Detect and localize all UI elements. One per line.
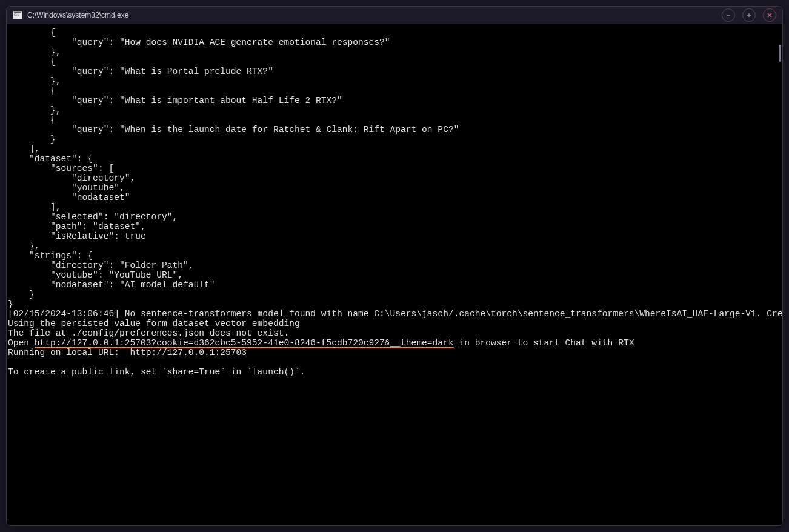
terminal-line: "directory", (8, 173, 135, 183)
annotation-underline (35, 347, 454, 348)
terminal-area[interactable]: { "query": "How does NVIDIA ACE generate… (7, 24, 782, 525)
terminal-line: To create a public link, set `share=True… (8, 367, 305, 377)
cmd-icon (13, 11, 22, 19)
terminal-line: } (8, 135, 56, 144)
terminal-line: "dataset": { (8, 154, 93, 164)
window-title: C:\Windows\system32\cmd.exe (27, 11, 128, 19)
terminal-line: { (8, 86, 56, 96)
terminal-window: C:\Windows\system32\cmd.exe { "query": "… (6, 6, 783, 526)
terminal-line: } (8, 290, 35, 299)
terminal-line: } (8, 299, 13, 309)
terminal-line: [02/15/2024-13:06:46] No sentence-transf… (8, 309, 782, 319)
terminal-line: "nodataset" (8, 193, 130, 202)
terminal-line: "strings": { (8, 251, 93, 261)
terminal-line: "query": "What is Portal prelude RTX?" (8, 67, 273, 76)
minimize-button[interactable] (722, 8, 735, 22)
terminal-line: ], (8, 144, 40, 154)
terminal-line: "query": "When is the launch date for Ra… (8, 125, 459, 135)
terminal-line: "query": "How does NVIDIA ACE generate e… (8, 38, 390, 47)
close-button[interactable] (763, 8, 776, 22)
terminal-line: { (8, 115, 56, 125)
terminal-line: "nodataset": "AI model default" (8, 280, 215, 290)
maximize-button[interactable] (742, 8, 756, 22)
title-bar: C:\Windows\system32\cmd.exe (7, 7, 782, 24)
terminal-line: Open http://127.0.0.1:25703?cookie=d362c… (8, 338, 634, 348)
terminal-line: "directory": "Folder Path", (8, 261, 194, 270)
terminal-output: { "query": "How does NVIDIA ACE generate… (7, 24, 782, 525)
terminal-line: }, (8, 241, 40, 251)
terminal-line: "isRelative": true (8, 231, 146, 241)
terminal-line: "youtube", (8, 183, 125, 193)
scrollbar-thumb[interactable] (779, 45, 781, 62)
terminal-line: "sources": [ (8, 164, 114, 173)
terminal-line: Using the persisted value form dataset_v… (8, 319, 300, 328)
terminal-line: "youtube": "YouTube URL", (8, 270, 183, 280)
terminal-line: ], (8, 202, 61, 212)
terminal-line: "query": "What is important about Half L… (8, 96, 342, 105)
terminal-line: The file at ./config/preferences.json do… (8, 328, 289, 338)
scrollbar[interactable] (777, 27, 781, 523)
terminal-line: "selected": "directory", (8, 212, 178, 222)
terminal-line: Running on local URL: http://127.0.0.1:2… (8, 348, 247, 357)
terminal-line: }, (8, 76, 61, 86)
terminal-line: }, (8, 105, 61, 115)
terminal-line: }, (8, 47, 61, 57)
terminal-line: { (8, 57, 56, 67)
terminal-line: "path": "dataset", (8, 222, 146, 231)
terminal-line: { (8, 28, 56, 38)
